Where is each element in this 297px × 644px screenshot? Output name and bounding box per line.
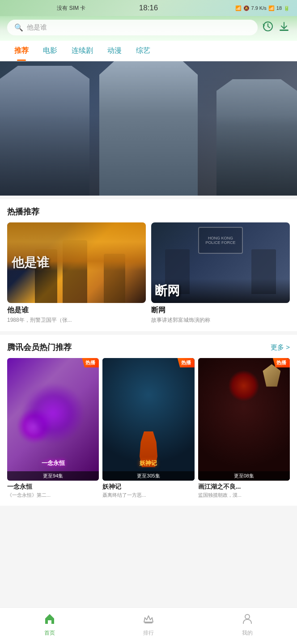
tab-movie[interactable]: 电影 [36,41,64,61]
hot-badge-3: 热播 [273,358,290,367]
bottom-nav: 首页 排行 我的 [0,607,297,644]
header-actions [262,21,290,35]
hot-badge-1: 热播 [82,358,99,367]
svg-rect-2 [144,622,153,623]
who-text: 他是谁 [12,254,49,271]
vip-thumbnail-1: 一念永恒 热播 更至94集 [7,358,99,481]
vip-desc-2: 聂离终结了一方恶... [102,492,194,499]
vip-info-2: 妖神记 聂离终结了一方恶... [102,483,194,499]
search-bar[interactable]: 🔍 他是谁 [7,20,258,35]
hot-badge-2: 热播 [178,358,195,367]
nav-home[interactable]: 首页 [0,612,99,637]
hot-thumb-bg-2: HONG KONGPOLICE FORCE 断网 [151,222,290,303]
hot-thumbnail-1: 他是谁 [7,222,146,303]
history-icon[interactable] [262,21,274,35]
vip-info-1: 一念永恒 《一念永恒》第二... [7,483,99,499]
vip-title-1: 一念永恒 [7,483,99,491]
tab-recommend[interactable]: 推荐 [7,41,36,61]
hot-grid: 他是谁 他是谁 1988年，刑警卫国平（张... HONG KONGPOLICE… [7,222,290,324]
nav-tabs: 推荐 电影 连续剧 动漫 综艺 [0,41,297,61]
creature-glow [228,370,259,401]
bluetooth-icon: 📶 [235,5,242,11]
vip-grid: 一念永恒 热播 更至94集 一念永恒 《一念永恒》第二... [7,358,290,499]
tab-anime[interactable]: 动漫 [100,41,129,61]
vip-title-overlay-1: 一念永恒 [42,459,65,467]
home-icon [43,612,56,627]
hot-section: 热播推荐 他是谁 他是谁 1988 [0,199,297,331]
vip-item-3[interactable]: 热播 更至08集 画江湖之不良... 监国独揽朝政，漠... [198,358,290,499]
figure-center [99,61,198,196]
hero-banner[interactable] [0,61,297,196]
nav-mine-label: 我的 [242,629,253,637]
nav-ranking-label: 排行 [143,629,154,637]
vip-thumbnail-3: 热播 更至08集 [198,358,290,481]
hero-background [0,61,297,196]
carrier-text: 没有 SIM 卡 [7,4,136,12]
vip-info-3: 画江湖之不良... 监国独揽朝政，漠... [198,483,290,499]
vip-thumbnail-2: 妖神记 热播 更至305集 [102,358,194,481]
speed-text: 7.9 K/s [251,5,267,11]
hot-info-1: 他是谁 1988年，刑警卫国平（张... [7,306,146,324]
vip-item-2[interactable]: 妖神记 热播 更至305集 妖神记 聂离终结了一方恶... [102,358,194,499]
vip-section-title: 腾讯会员热门推荐 [7,342,72,353]
vip-title-3: 画江湖之不良... [198,483,290,491]
search-placeholder: 他是谁 [27,23,47,32]
glow [21,383,85,444]
tab-variety[interactable]: 综艺 [129,41,157,61]
battery-text: 18 [276,5,282,11]
wifi-icon: 📶 [268,5,275,11]
nav-home-label: 首页 [44,629,55,637]
battery-icon: 🔋 [284,5,290,11]
vip-desc-3: 监国独揽朝政，漠... [198,492,290,499]
hot-info-2: 断网 故事讲述郭富城饰演的称 [151,306,290,324]
download-icon[interactable] [278,21,290,35]
vip-more-btn[interactable]: 更多 > [271,343,290,352]
hot-section-header: 热播推荐 [7,206,290,217]
episode-badge-1: 更至94集 [7,471,99,481]
svg-rect-1 [280,30,289,31]
duanwang-overlay: 断网 [151,279,290,303]
hot-title-1: 他是谁 [7,306,146,315]
episode-badge-2: 更至305集 [102,471,194,481]
user-icon [241,612,254,627]
episode-badge-3: 更至08集 [198,471,290,481]
volume-icon: 🔕 [243,5,250,11]
hot-item-2[interactable]: HONG KONGPOLICE FORCE 断网 断网 故事讲述郭富城饰演的称 [151,222,290,324]
header: 🔍 他是谁 [0,16,297,41]
vip-item-1[interactable]: 一念永恒 热播 更至94集 一念永恒 《一念永恒》第二... [7,358,99,499]
hot-thumb-bg-1: 他是谁 [7,222,146,303]
vip-section: 腾讯会员热门推荐 更多 > 一念永恒 热播 更至94集 一念永恒 [0,335,297,506]
svg-point-3 [245,614,250,619]
status-icons: 📶 🔕 7.9 K/s 📶 18 🔋 [161,5,290,11]
nav-mine[interactable]: 我的 [198,612,297,637]
vip-title-overlay-2: 妖神记 [140,459,157,467]
crown-icon [142,612,155,627]
time-text: 18:16 [139,4,158,13]
hot-item-1[interactable]: 他是谁 他是谁 1988年，刑警卫国平（张... [7,222,146,324]
vip-thumb-bg-3: 热播 更至08集 [198,358,290,481]
hot-thumbnail-2: HONG KONGPOLICE FORCE 断网 [151,222,290,303]
status-bar: 没有 SIM 卡 18:16 📶 🔕 7.9 K/s 📶 18 🔋 [0,0,297,16]
badge-deco: HONG KONGPOLICE FORCE [198,227,243,254]
nav-ranking[interactable]: 排行 [99,612,198,637]
vip-section-header: 腾讯会员热门推荐 更多 > [7,342,290,353]
hot-section-title: 热播推荐 [7,206,39,217]
tab-drama[interactable]: 连续剧 [64,41,100,61]
hot-desc-2: 故事讲述郭富城饰演的称 [151,316,290,324]
vip-thumb-bg-1: 一念永恒 热播 更至94集 [7,358,99,481]
vip-thumb-bg-2: 妖神记 热播 更至305集 [102,358,194,481]
duanwang-text: 断网 [155,284,180,298]
vip-desc-1: 《一念永恒》第二... [7,492,99,499]
hot-desc-1: 1988年，刑警卫国平（张... [7,316,146,324]
search-icon: 🔍 [14,23,23,32]
hot-title-2: 断网 [151,306,290,315]
vip-title-2: 妖神记 [102,483,194,491]
